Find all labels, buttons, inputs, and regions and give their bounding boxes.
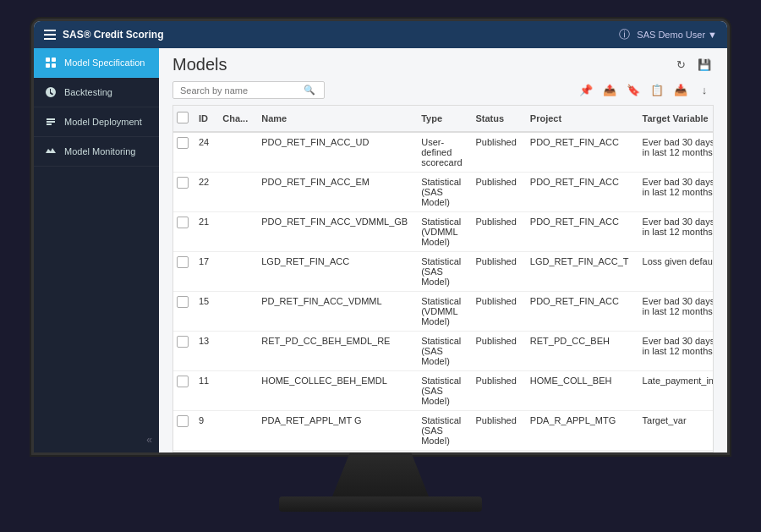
hamburger-menu[interactable] — [44, 30, 56, 40]
app-title: SAS® Credit Scoring — [63, 29, 164, 41]
table-row: 17 LGD_RET_FIN_ACC Statistical (SAS Mode… — [173, 251, 714, 291]
row-checkbox[interactable] — [173, 132, 192, 173]
row-project: PDA_R_APPL_MTG — [523, 410, 636, 450]
download-button[interactable]: ↓ — [695, 81, 714, 100]
row-target-variable: Ever bad 30 days in last 12 months — [636, 132, 714, 173]
row-id: 24 — [192, 132, 216, 173]
row-id: 15 — [192, 291, 216, 331]
sidebar-item-backtesting[interactable]: Backtesting — [34, 78, 159, 107]
search-box[interactable]: 🔍 — [172, 81, 325, 99]
row-status: Published — [469, 132, 523, 173]
sidebar-label-backtesting: Backtesting — [64, 87, 112, 97]
row-name: PDO_RET_FIN_ACC_EM — [255, 172, 414, 211]
row-name: PDO_RET_FIN_ACC_VDMML_GB — [255, 211, 414, 251]
row-project: PDO_RET_FIN_ACC — [523, 291, 636, 331]
row-cha — [216, 370, 255, 410]
row-id: 9 — [192, 410, 216, 450]
row-target-variable: Ever bad 30 days in last 12 months — [636, 291, 714, 331]
row-name: LGD_RET_FIN_ACC — [255, 251, 414, 291]
svg-rect-1 — [52, 58, 56, 62]
row-target-variable: Ever bad 30 days in last 12 months — [636, 331, 714, 370]
row-name: RET_PD_CC_BEH_EMDL_RE — [255, 331, 414, 370]
table-row: 22 PDO_RET_FIN_ACC_EM Statistical (SAS M… — [173, 172, 714, 211]
pin-button[interactable]: 📌 — [577, 81, 595, 100]
row-id: 22 — [192, 172, 216, 211]
upload-button[interactable]: 📥 — [671, 81, 690, 100]
table-row: 11 HOME_COLLEC_BEH_EMDL Statistical (SAS… — [173, 370, 714, 410]
copy-button[interactable]: 📋 — [648, 81, 666, 100]
content-area: Models ↻ 💾 🔍 📌 📤 — [159, 48, 727, 452]
row-id: 13 — [192, 331, 216, 370]
toolbar: 🔍 📌 📤 🔖 📋 📥 ↓ — [159, 78, 727, 105]
row-type: Statistical (SAS Model) — [414, 370, 468, 410]
row-project: PDO_RET_FIN_ACC — [523, 172, 636, 211]
row-type: Statistical (SAS Model) — [414, 450, 468, 452]
save-button[interactable]: 💾 — [695, 55, 714, 74]
row-checkbox[interactable] — [173, 370, 192, 410]
row-checkbox[interactable] — [173, 172, 192, 211]
row-target-variable: Ever bad 30 days in last 12 months — [636, 172, 714, 211]
svg-rect-0 — [46, 58, 50, 62]
row-checkbox[interactable] — [173, 410, 192, 450]
row-checkbox[interactable] — [173, 211, 192, 251]
row-type: Statistical (VDMML Model) — [414, 211, 468, 251]
sidebar-label-model-specification: Model Specification — [64, 58, 145, 68]
row-id: 11 — [192, 370, 216, 410]
row-checkbox[interactable] — [173, 291, 192, 331]
row-id: 7 — [192, 450, 216, 452]
content-header: Models ↻ 💾 — [159, 48, 727, 78]
header-actions: ↻ 💾 — [671, 55, 714, 74]
models-table: ID Cha... Name Type Status Project Targe… — [173, 106, 714, 452]
header-project[interactable]: Project — [523, 106, 636, 132]
row-type: Statistical (VDMML Model) — [414, 291, 468, 331]
row-cha — [216, 410, 255, 450]
sidebar-item-model-specification[interactable]: Model Specification — [34, 48, 159, 78]
sidebar-item-model-deployment[interactable]: Model Deployment — [34, 107, 159, 137]
row-project: PDO_RET_FIN_ACC — [523, 132, 636, 173]
svg-rect-2 — [46, 63, 50, 68]
search-icon: 🔍 — [304, 85, 315, 96]
row-target-variable: Late_payment_ind — [636, 370, 714, 410]
row-project: LGD_RET_FIN_ACC_T — [523, 251, 636, 291]
export-button[interactable]: 📤 — [600, 81, 619, 100]
monitor-stand — [330, 452, 431, 503]
page-title: Models — [172, 55, 227, 74]
sidebar-label-model-deployment: Model Deployment — [64, 117, 142, 127]
row-status: Published — [469, 291, 523, 331]
collapse-button[interactable]: « — [146, 434, 152, 446]
table-row: 7 PDO_RET_FIN_ACC_PYMD Statistical (SAS … — [173, 450, 714, 452]
row-type: Statistical (SAS Model) — [414, 251, 468, 291]
row-project: HOME_COLL_BEH — [523, 370, 636, 410]
top-bar-right: ⓘ SAS Demo User ▼ — [619, 27, 717, 42]
row-checkbox[interactable] — [173, 450, 192, 452]
sidebar-item-model-monitoring[interactable]: Model Monitoring — [34, 137, 159, 167]
bookmark-button[interactable]: 🔖 — [624, 81, 643, 100]
row-checkbox[interactable] — [173, 251, 192, 291]
header-checkbox[interactable] — [173, 106, 192, 132]
header-cha[interactable]: Cha... — [216, 106, 255, 132]
help-icon[interactable]: ⓘ — [619, 27, 630, 42]
backtesting-icon — [44, 85, 57, 99]
sidebar-label-model-monitoring: Model Monitoring — [64, 146, 135, 156]
row-status: Published — [469, 370, 523, 410]
row-status: Published — [469, 211, 523, 251]
svg-rect-3 — [52, 63, 56, 68]
row-id: 21 — [192, 211, 216, 251]
row-project: PDO_RET_FIN_ACC — [523, 211, 636, 251]
monitor-base — [279, 496, 482, 512]
row-cha — [216, 172, 255, 211]
top-bar: SAS® Credit Scoring ⓘ SAS Demo User ▼ — [34, 21, 727, 48]
row-name: PDO_RET_FIN_ACC_UD — [255, 132, 414, 173]
table-row: 24 PDO_RET_FIN_ACC_UD User-defined score… — [173, 132, 714, 173]
user-label[interactable]: SAS Demo User ▼ — [637, 30, 717, 40]
search-input[interactable] — [180, 85, 298, 96]
row-cha — [216, 450, 255, 452]
header-name[interactable]: Name — [255, 106, 414, 132]
header-id[interactable]: ID — [192, 106, 216, 132]
row-cha — [216, 291, 255, 331]
header-target-variable[interactable]: Target Variable — [636, 106, 714, 132]
refresh-button[interactable]: ↻ — [671, 55, 690, 74]
header-type[interactable]: Type — [414, 106, 468, 132]
row-checkbox[interactable] — [173, 331, 192, 370]
header-status[interactable]: Status — [469, 106, 523, 132]
